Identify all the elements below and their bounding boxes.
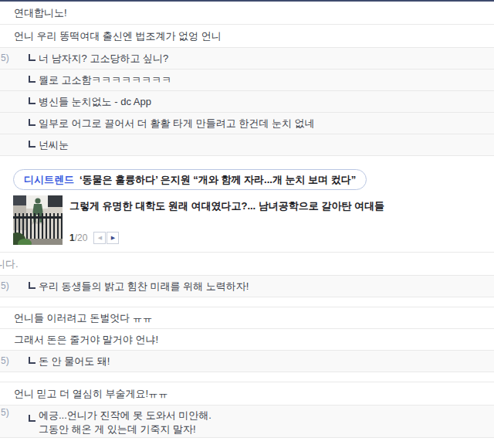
comment-text-line2: 그동안 해온 게 있는데 기죽지 말자! [39, 423, 494, 436]
pager-next-button[interactable]: ▶ [107, 232, 119, 244]
commenter-ip-fragment: 5) [1, 276, 9, 297]
reply-row: 병신들 눈치없노 - dc App [0, 91, 494, 113]
thread-divider [0, 372, 494, 382]
pager-total-pages: /20 [75, 232, 88, 243]
comment-text: 병신들 눈치없노 - dc App [39, 96, 151, 107]
comment-text-line1: 에긍...언니가 진작에 못 도와서 미안해. [39, 409, 494, 423]
comment-text: 돈 안 물어도 돼! [39, 355, 110, 367]
reply-row: 넌씨눈 [0, 134, 494, 156]
comment-text: 연대합니노! [14, 7, 67, 19]
pager-buttons: ◀ ▶ [93, 232, 119, 244]
comment-row: 연대합니노! [0, 2, 494, 25]
comment-text: 니다. [0, 253, 19, 275]
trend-article: 그렇게 유명한 대학도 원래 여대였다고?... 남녀공학으로 갈아탄 여대들 … [13, 195, 494, 245]
thread-divider [0, 297, 494, 307]
comment-row: 언니 우리 똥떡여대 출신엔 법조계가 없엉 언니 [0, 25, 494, 48]
commenter-ip-fragment: 5) [1, 48, 9, 69]
reply-row: 5) 너 남자지? 고소당하고 싶니? [0, 48, 494, 70]
left-arrow-icon: ◀ [98, 235, 102, 241]
comment-text: 언니들 이러려고 돈벌엇다 ㅠㅠ [14, 312, 153, 324]
reply-arrow-icon [29, 54, 36, 61]
trend-headline-link[interactable]: 디시트렌드 ‘동물은 훌륭하다’ 은지원 “개와 함께 자라...개 눈치 보며… [13, 169, 367, 190]
comment-row: 언니 믿고 더 열심히 부술게요!ㅠㅠ [0, 382, 494, 406]
pager-current-page: 1 [69, 232, 75, 243]
comment-text: 너 남자지? 고소당하고 싶니? [39, 53, 168, 64]
pager-prev-button[interactable]: ◀ [93, 232, 106, 244]
reply-arrow-icon [29, 141, 36, 148]
comment-text: 일부로 어그로 끌어서 더 활활 타게 만들려고 한건데 눈치 없네 [39, 117, 315, 129]
comment-row-clipped: 니다. [0, 253, 494, 276]
reply-arrow-icon [29, 97, 36, 104]
reply-row: 5) 돈 안 물어도 돼! [0, 351, 494, 372]
article-title-link[interactable]: 그렇게 유명한 대학도 원래 여대였다고?... 남녀공학으로 갈아탄 여대들 [69, 199, 384, 213]
trend-widget: 디시트렌드 ‘동물은 훌륭하다’ 은지원 “개와 함께 자라...개 눈치 보며… [0, 156, 494, 253]
comment-text: 넌씨눈 [39, 139, 69, 151]
comment-text: 그래서 돈은 줄거야 말거야 언냐! [14, 334, 158, 345]
article-thumbnail-statue-photo[interactable] [13, 195, 63, 245]
reply-arrow-icon [29, 282, 36, 289]
right-arrow-icon: ▶ [111, 235, 115, 241]
comment-text: 우리 동생들의 밝고 힘찬 미래를 위해 노력하자! [39, 280, 249, 292]
commenter-ip-fragment: 5) [1, 351, 9, 372]
reply-row: 5) 우리 동생들의 밝고 힘찬 미래를 위해 노력하자! [0, 276, 494, 297]
comment-row: 그래서 돈은 줄거야 말거야 언냐! [0, 329, 494, 351]
commenter-ip-fragment: 5) [1, 406, 9, 419]
reply-row: 뭘로 고소함ㅋㅋㅋㅋㅋㅋㅋㅋ [0, 70, 494, 91]
comment-text: 뭘로 고소함ㅋㅋㅋㅋㅋㅋㅋㅋ [39, 74, 172, 86]
trend-badge-label: 디시트렌드 [24, 173, 74, 187]
article-pager: 1 /20 ◀ ▶ [69, 232, 384, 244]
reply-row: 일부로 어그로 끌어서 더 활활 타게 만들려고 한건데 눈치 없네 [0, 113, 494, 134]
reply-arrow-icon [29, 76, 36, 83]
comment-text: 언니 우리 똥떡여대 출신엔 법조계가 없엉 언니 [14, 30, 222, 42]
reply-arrow-icon [29, 119, 36, 126]
comment-text: 언니 믿고 더 열심히 부술게요!ㅠㅠ [14, 388, 168, 399]
comment-row: 언니들 이러려고 돈벌엇다 ㅠㅠ [0, 307, 494, 329]
trend-headline-text: ‘동물은 훌륭하다’ 은지원 “개와 함께 자라...개 눈치 보며 컸다” [80, 173, 356, 187]
reply-row: 5) 에긍...언니가 진작에 못 도와서 미안해. 그동안 해온 게 있는데 … [0, 406, 494, 438]
reply-arrow-icon [29, 357, 36, 364]
comment-list-screen: 연대합니노! 언니 우리 똥떡여대 출신엔 법조계가 없엉 언니 5) 너 남자… [0, 0, 494, 448]
reply-arrow-icon [29, 415, 36, 422]
article-info: 그렇게 유명한 대학도 원래 여대였다고?... 남녀공학으로 갈아탄 여대들 … [69, 195, 384, 245]
bottom-spacer [0, 438, 494, 447]
